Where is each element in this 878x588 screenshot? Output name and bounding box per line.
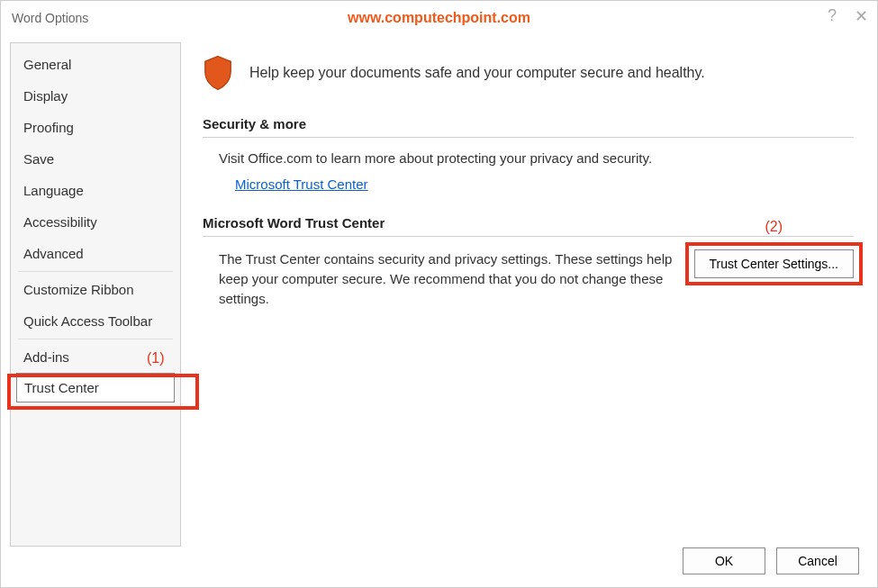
microsoft-trust-center-link[interactable]: Microsoft Trust Center [219, 176, 368, 192]
ok-button[interactable]: OK [683, 547, 765, 574]
sidebar-item-language[interactable]: Language [11, 175, 180, 206]
sidebar-item-accessibility[interactable]: Accessibility [11, 206, 180, 238]
hero-text: Help keep your documents safe and your c… [249, 65, 705, 81]
sidebar-item-quick-access-toolbar[interactable]: Quick Access Toolbar [11, 305, 180, 337]
section-rule [203, 137, 854, 138]
section-security-heading: Security & more [203, 116, 854, 131]
sidebar-item-save[interactable]: Save [11, 143, 180, 175]
sidebar-separator [18, 271, 173, 272]
options-sidebar: General Display Proofing Save Language A… [10, 42, 181, 547]
word-options-dialog: Word Options www.computechpoint.com ? ✕ … [0, 0, 878, 588]
dialog-body: General Display Proofing Save Language A… [1, 35, 877, 587]
help-icon[interactable]: ? [828, 6, 837, 26]
shield-icon [203, 55, 233, 91]
hero-row: Help keep your documents safe and your c… [203, 55, 854, 91]
section-trustcenter-heading: Microsoft Word Trust Center [203, 215, 854, 231]
section-rule [203, 236, 854, 237]
ok-label: OK [715, 554, 733, 568]
sidebar-item-proofing[interactable]: Proofing [11, 112, 180, 143]
dialog-footer: OK Cancel [683, 547, 859, 574]
titlebar: Word Options www.computechpoint.com ? ✕ [1, 1, 877, 35]
trust-center-text: The Trust Center contains security and p… [219, 249, 676, 308]
cancel-label: Cancel [798, 554, 837, 568]
main-panel: Help keep your documents safe and your c… [194, 42, 868, 587]
cancel-button[interactable]: Cancel [776, 547, 859, 574]
sidebar-separator [18, 339, 173, 339]
trust-center-button-wrap: (2) Trust Center Settings... [694, 249, 854, 278]
window-title: Word Options [12, 11, 88, 25]
sidebar-item-general[interactable]: General [11, 49, 180, 80]
watermark-url: www.computechpoint.com [348, 10, 530, 26]
section-security-body: Visit Office.com to learn more about pro… [203, 150, 854, 192]
trust-center-row: The Trust Center contains security and p… [203, 249, 854, 308]
trust-center-settings-button[interactable]: Trust Center Settings... [694, 249, 854, 278]
sidebar-item-trust-center[interactable]: Trust Center [16, 373, 175, 403]
window-controls: ? ✕ [828, 6, 868, 26]
sidebar-item-advanced[interactable]: Advanced [11, 238, 180, 269]
trust-center-settings-label: Trust Center Settings... [710, 257, 838, 271]
annotation-2-label: (2) [765, 219, 783, 235]
security-text: Visit Office.com to learn more about pro… [219, 150, 854, 166]
close-icon[interactable]: ✕ [855, 6, 868, 26]
sidebar-item-display[interactable]: Display [11, 80, 180, 112]
annotation-1-label: (1) [147, 350, 165, 366]
sidebar-item-customize-ribbon[interactable]: Customize Ribbon [11, 274, 180, 305]
